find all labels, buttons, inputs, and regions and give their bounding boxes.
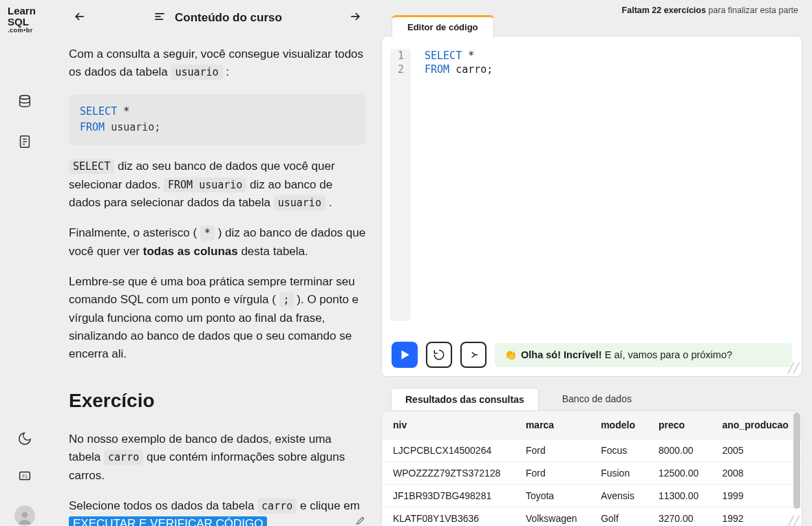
lesson-p1: Com a consulta a seguir, você consegue v… [69,45,366,82]
svg-point-7 [22,512,28,518]
svg-point-0 [20,96,30,100]
code-editor-card: Editor de código 12 SELECT * FROM carro;… [381,36,802,377]
exercise-heading: Exercício [69,386,366,415]
lesson-panel: Conteúdo do curso Com a consulta a segui… [50,0,378,526]
inline-code: usuario [171,65,222,80]
lesson-p6: Selecione todos os dados da tabela carro… [69,497,366,526]
table-row: LJCPCBLCX14500264FordFocus8000.002005 [382,439,802,462]
notes-icon[interactable] [17,134,32,152]
back-arrow-icon[interactable] [73,10,87,26]
left-rail: Learn SQL .com•br F1 [0,0,50,526]
inline-code: ; [279,292,294,307]
moon-icon[interactable] [17,431,32,449]
lesson-p4: Lembre-se que é uma boa prática sempre t… [69,273,366,364]
table-row: WPOZZZZ79ZTS372128FordFusion12500.002008 [382,462,802,485]
success-toast: 👏 Olha só! Incrível! E aí, vamos para o … [495,343,792,367]
right-panel: Faltam 22 exercícios para finalizar esta… [378,0,812,526]
table-row: KLATF08Y1VB3636VolkswagenGolf3270.001992 [382,507,802,527]
col-niv: niv [382,411,515,439]
tab-database[interactable]: Banco de dados [548,388,645,410]
lesson-p3: Finalmente, o asterisco ( * ) diz ao ban… [69,224,366,261]
run-verify-label: EXECUTAR E VERIFICAR CÓDIGO [69,516,267,526]
results-table: nivmarcamodeloprecoano_producao LJCPCBLC… [382,411,802,526]
line-gutter: 12 [390,49,411,321]
lesson-header: Conteúdo do curso [69,10,366,26]
database-icon[interactable] [17,94,32,112]
logo-line2: SQL [8,17,42,28]
editor-tab[interactable]: Editor de código [392,15,494,37]
sql-example-block: SELECT * FROM usuario; [69,94,366,146]
col-ano_producao: ano_producao [711,411,802,439]
run-button[interactable] [392,342,418,368]
logo[interactable]: Learn SQL .com•br [8,6,42,34]
lesson-body: Com a consulta a seguir, você consegue v… [69,45,366,526]
menu-icon[interactable] [153,10,167,26]
table-row: JF1BR93D7BG498281ToyotaAvensis11300.0019… [382,485,802,507]
lesson-p5: No nosso exemplo de banco de dados, exis… [69,430,366,485]
resize-handle-icon[interactable]: ╱╱ [788,516,799,526]
share-button[interactable] [460,342,487,368]
inline-code: carro [104,450,143,465]
page-title: Conteúdo do curso [175,11,282,25]
svg-text:F1: F1 [22,474,28,479]
inline-code: SELECT [69,159,114,174]
forward-arrow-icon[interactable] [348,10,362,26]
scrollbar[interactable] [793,413,800,509]
results-card: nivmarcamodeloprecoano_producao LJCPCBLC… [381,410,802,526]
logo-line3: .com•br [8,28,42,34]
col-marca: marca [515,411,590,439]
inline-code: FROM usuario [164,177,246,193]
tab-query-results[interactable]: Resultados das consultas [391,388,539,410]
col-modelo: modelo [590,411,648,439]
inline-code: * [200,226,215,241]
reset-button[interactable] [426,342,452,368]
logo-line1: Learn [8,6,42,17]
inline-code: carro [257,498,297,514]
code-lines[interactable]: SELECT * FROM carro; [411,49,493,321]
col-preco: preco [648,411,712,439]
keyboard-shortcut-icon[interactable]: F1 [17,468,32,486]
clap-icon: 👏 [504,349,517,361]
code-editor-area[interactable]: 12 SELECT * FROM carro; [382,36,802,333]
lesson-p2: SELECT diz ao seu banco de dados que voc… [69,157,366,212]
resize-handle-icon[interactable]: ╱╱ [788,362,799,373]
edit-icon[interactable] [355,515,366,526]
inline-code: usuario [274,195,325,210]
avatar[interactable] [14,505,35,526]
editor-controls: 👏 Olha só! Incrível! E aí, vamos para o … [382,333,802,376]
results-section: Resultados das consultas Banco de dados … [381,388,802,526]
